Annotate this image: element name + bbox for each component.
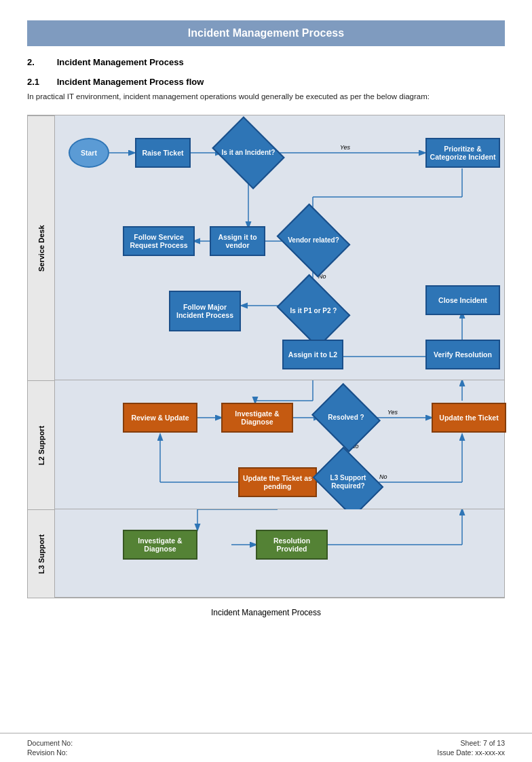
node-assign-l2: Assign it to L2 [282,340,343,369]
lane-l2-support: Yes No Yes No Review & Update Investigat… [55,380,504,509]
node-resolution-provided: Resolution Provided [256,530,328,560]
node-update-pending: Update the Ticket as pending [238,467,317,497]
swimlane-label-sd: Service Desk [28,115,54,380]
node-review-update: Review & Update [123,403,197,433]
node-investigate-l2: Investigate & Diagnose [221,403,293,433]
rev-no-label: Revision No: [27,748,73,757]
node-close-incident: Close Incident [425,285,500,315]
node-resolved: Resolved ? [320,395,373,440]
section21-description: In practical IT environment, incident ma… [27,91,505,103]
node-assign-vendor: Assign it to vendor [210,226,265,256]
node-is-incident: Is it an Incident? [219,130,278,175]
node-start: Start [69,138,109,168]
svg-text:No: No [379,473,387,480]
svg-text:Yes: Yes [387,409,398,416]
swim-labels: Service Desk L2 Support L3 Support [28,115,55,598]
footer-left: Document No: Revision No: [27,739,73,757]
section2-num: 2. [27,57,54,67]
lane-service-desk: Yes No Yes No Yes No Start Raise Ticket [55,115,504,380]
header-title: Incident Management Process [27,20,505,46]
node-l3-required: L3 Support Required? [320,460,377,504]
swim-content: Yes No Yes No Yes No Start Raise Ticket [55,115,504,598]
sheet-label: Sheet: 7 of 13 [437,739,505,747]
node-investigate-l3: Investigate & Diagnose [123,530,197,560]
node-update-ticket: Update the Ticket [432,403,506,433]
node-prioritize: Prioritize & Categorize Incident [425,138,500,168]
section2-title: 2. Incident Management Process [27,57,505,67]
footer: Document No: Revision No: Sheet: 7 of 13… [0,733,532,762]
node-raise-ticket: Raise Ticket [135,138,191,168]
node-is-p1p2: Is it P1 or P2 ? [284,288,343,334]
swimlane-label-l3: L3 Support [28,509,54,598]
swimlane-label-l2: L2 Support [28,380,54,509]
node-verify-resolution: Verify Resolution [425,340,500,369]
doc-no-label: Document No: [27,739,73,747]
diagram-caption: Incident Management Process [0,608,532,617]
issue-date-label: Issue Date: xx-xxx-xx [437,748,505,757]
subsection21: 2.1 Incident Management Process flow In … [27,77,505,109]
node-follow-sr: Follow Service Request Process [123,226,195,256]
lane-l3-support: Investigate & Diagnose Resolution Provid… [55,509,504,598]
footer-right: Sheet: 7 of 13 Issue Date: xx-xxx-xx [437,739,505,757]
svg-text:Yes: Yes [340,144,351,151]
node-follow-major: Follow Major Incident Process [169,291,241,331]
diagram-inner: Service Desk L2 Support L3 Support [28,115,504,598]
node-vendor-related: Vendor related? [284,217,343,264]
diagram-container: Service Desk L2 Support L3 Support [27,115,505,598]
page: Incident Management Process 2. Incident … [0,0,532,762]
